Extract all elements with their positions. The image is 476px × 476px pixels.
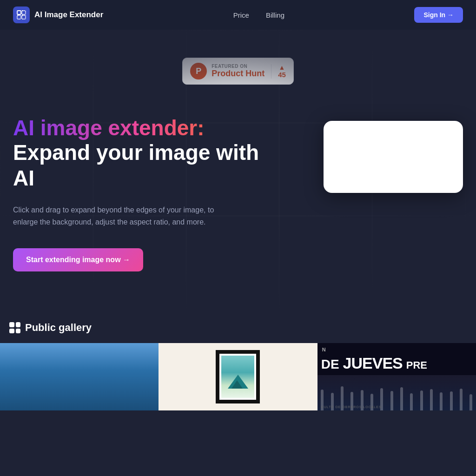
jueves-title: JUEVES	[343, 354, 403, 372]
image-preview-card	[324, 121, 463, 193]
nav-link-billing[interactable]: Billing	[266, 11, 284, 19]
hero-heading: AI image extender: Expand your image wit…	[13, 116, 264, 191]
crowd-person	[390, 391, 393, 410]
svg-rect-2	[17, 15, 21, 19]
logo-text: AI Image Extender	[34, 10, 103, 20]
hero-gradient-title: AI image extender:	[13, 116, 264, 140]
jueves-main: DE JUEVES PRE	[317, 354, 476, 372]
gallery-item-3[interactable]: N DE JUEVES PRE	[317, 343, 476, 410]
product-hunt-name: Product Hunt	[212, 69, 264, 79]
svg-rect-0	[17, 11, 21, 14]
signin-button[interactable]: Sign In →	[414, 7, 463, 23]
gallery-title: Public gallery	[25, 322, 92, 334]
gallery-header: Public gallery	[0, 322, 476, 343]
vote-count: 45	[278, 71, 286, 79]
crowd-person	[430, 389, 433, 410]
hero-white-title: Expand your image with AI	[13, 140, 264, 191]
logo-icon	[13, 7, 30, 23]
hero-left: AI image extender: Expand your image wit…	[13, 107, 264, 271]
gallery-item-2[interactable]	[159, 343, 317, 410]
gallery-strip: N DE JUEVES PRE	[0, 343, 476, 410]
navbar: AI Image Extender Price Billing Sign In …	[0, 0, 476, 30]
product-hunt-logo: P	[190, 63, 207, 79]
svg-rect-1	[22, 11, 26, 14]
nav-link-price[interactable]: Price	[233, 11, 249, 19]
crowd-person	[460, 389, 463, 410]
nav-links: Price Billing	[233, 11, 284, 19]
product-hunt-badge[interactable]: P FEATURED ON Product Hunt ▲ 45	[182, 58, 294, 85]
gallery-icon	[9, 322, 20, 333]
hero-inner: AI image extender: Expand your image wit…	[13, 107, 463, 271]
product-hunt-votes: ▲ 45	[271, 64, 286, 79]
mountain-shape2-icon	[231, 380, 243, 389]
crowd-person	[469, 394, 472, 410]
product-hunt-text: FEATURED ON Product Hunt	[212, 64, 264, 79]
svg-rect-3	[22, 15, 26, 19]
product-hunt-featured-label: FEATURED ON	[212, 64, 264, 69]
jueves-suffix: PRE	[406, 359, 427, 371]
hero-right	[324, 121, 463, 193]
hero-section: P FEATURED ON Product Hunt ▲ 45 AI image…	[0, 30, 476, 309]
cta-button[interactable]: Start extending image now →	[13, 248, 143, 271]
crowd-person	[410, 393, 413, 410]
jueves-subtitle: CULTO DE OBREROS LOCALES	[321, 405, 382, 409]
jueves-top: N	[317, 343, 476, 354]
art-frame	[216, 350, 260, 403]
jueves-bottom: CULTO DE OBREROS LOCALES	[317, 375, 476, 410]
crowd-person	[400, 387, 403, 410]
gallery-section: Public gallery N DE JUEVES PRE	[0, 309, 476, 410]
hero-description: Click and drag to expand beyond the edge…	[13, 204, 227, 228]
crowd-person	[420, 390, 423, 410]
upvote-arrow-icon: ▲	[279, 64, 285, 71]
crowd-person	[450, 391, 453, 410]
logo[interactable]: AI Image Extender	[13, 7, 103, 23]
gallery-item-1[interactable]	[0, 343, 159, 410]
crowd-person	[440, 392, 443, 410]
frame-inner	[221, 356, 254, 398]
jueves-prefix: DE	[321, 357, 339, 372]
